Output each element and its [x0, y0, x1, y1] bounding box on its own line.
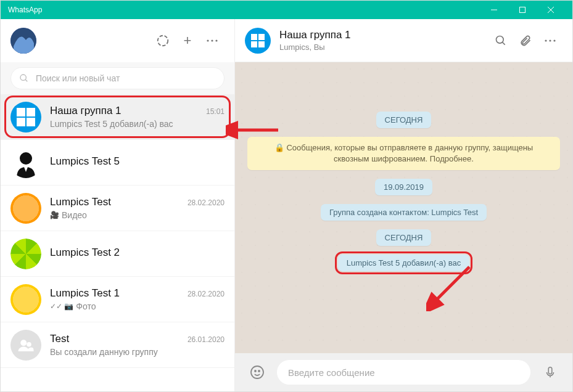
close-button[interactable] — [537, 1, 565, 19]
titlebar: WhatsApp — [1, 1, 572, 19]
svg-line-10 — [25, 80, 27, 81]
system-message: Lumpics Test 5 добавил(-а) вас — [338, 255, 469, 271]
chat-name: Test — [50, 333, 188, 345]
svg-point-9 — [20, 75, 26, 80]
chat-preview: 🎥Видео — [50, 210, 225, 220]
chat-item[interactable]: Lumpics Test 2 — [1, 231, 234, 277]
chat-name: Наша группа 1 — [50, 105, 206, 117]
chat-time: 28.02.2020 — [188, 198, 225, 207]
encryption-notice: 🔒 Сообщения, которые вы отправляете в да… — [247, 137, 560, 170]
status-icon[interactable] — [150, 28, 175, 53]
conversation-pane: Наша группа 1 Lumpics, Вы СЕГОДНЯ🔒 Сообщ… — [235, 19, 572, 391]
menu-icon[interactable] — [200, 28, 225, 53]
chat-item[interactable]: Lumpics Test 5 — [1, 140, 234, 186]
svg-rect-1 — [520, 7, 526, 13]
svg-point-17 — [549, 39, 551, 41]
maximize-button[interactable] — [508, 1, 537, 19]
chat-name: Lumpics Test 5 — [50, 155, 225, 168]
attach-icon[interactable] — [513, 28, 538, 53]
chat-item[interactable]: Наша группа 115:01Lumpics Test 5 добавил… — [1, 94, 234, 140]
chat-preview: Вы создали данную группу — [50, 347, 225, 357]
chat-time: 28.02.2020 — [188, 290, 225, 298]
composer — [235, 353, 572, 391]
conversation-menu-icon[interactable] — [538, 28, 563, 53]
conversation-header[interactable]: Наша группа 1 Lumpics, Вы — [235, 19, 572, 62]
svg-point-11 — [20, 152, 32, 165]
svg-point-20 — [255, 370, 256, 372]
sidebar-header: + — [1, 19, 234, 62]
svg-point-7 — [211, 39, 213, 41]
chat-preview: Lumpics Test 5 добавил(-а) вас — [50, 119, 225, 129]
date-chip: СЕГОДНЯ — [376, 229, 432, 246]
svg-point-14 — [497, 36, 504, 43]
mic-icon[interactable] — [538, 360, 563, 385]
chat-list: Наша группа 115:01Lumpics Test 5 добавил… — [1, 94, 234, 391]
chat-item[interactable]: Lumpics Test28.02.2020🎥Видео — [1, 186, 234, 231]
svg-point-12 — [20, 340, 27, 346]
chat-avatar — [10, 284, 41, 315]
chat-avatar — [10, 147, 41, 178]
svg-point-19 — [251, 366, 263, 378]
search-wrap — [1, 62, 234, 94]
svg-point-6 — [207, 39, 208, 41]
chat-time: 15:01 — [206, 107, 225, 116]
chat-avatar — [10, 193, 41, 224]
chat-avatar — [10, 330, 41, 361]
chat-item[interactable]: Test26.01.2020Вы создали данную группу — [1, 322, 234, 368]
date-chip: 19.09.2019 — [375, 179, 432, 195]
new-chat-icon[interactable]: + — [175, 28, 200, 53]
chat-preview: ✓✓ 📷Фото — [50, 301, 225, 311]
conversation-title: Наша группа 1 — [279, 29, 488, 41]
conversation-subtitle: Lumpics, Вы — [279, 43, 488, 52]
svg-point-16 — [545, 39, 546, 41]
svg-point-8 — [215, 39, 217, 41]
search-in-chat-icon[interactable] — [488, 28, 513, 53]
search-input[interactable] — [10, 67, 225, 89]
minimize-button[interactable] — [480, 1, 508, 19]
svg-rect-22 — [548, 367, 552, 374]
svg-point-18 — [553, 39, 555, 41]
date-chip: СЕГОДНЯ — [376, 112, 432, 128]
system-message: Группа создана контактом: Lumpics Test — [321, 204, 487, 221]
svg-line-15 — [503, 42, 505, 44]
chat-name: Lumpics Test 2 — [50, 247, 225, 259]
chat-item[interactable]: Lumpics Test 128.02.2020✓✓ 📷Фото — [1, 277, 234, 322]
my-avatar[interactable] — [10, 28, 36, 54]
sidebar: + Наша группа 115:01Lumpics Test 5 добав… — [1, 19, 235, 391]
messages-area: СЕГОДНЯ🔒 Сообщения, которые вы отправляе… — [235, 62, 572, 353]
window-title: WhatsApp — [8, 6, 480, 14]
svg-point-13 — [27, 342, 31, 347]
chat-avatar — [10, 102, 41, 133]
svg-point-5 — [158, 36, 168, 46]
message-input[interactable] — [277, 360, 530, 385]
svg-point-21 — [258, 370, 260, 372]
chat-name: Lumpics Test — [50, 196, 188, 208]
chat-name: Lumpics Test 1 — [50, 287, 188, 300]
chat-time: 26.01.2020 — [188, 335, 225, 344]
chat-avatar — [10, 239, 41, 269]
conversation-avatar — [245, 28, 271, 54]
emoji-icon[interactable] — [245, 360, 270, 385]
